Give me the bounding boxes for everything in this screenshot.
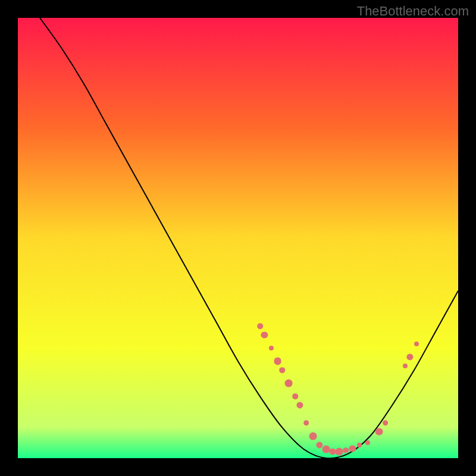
chart-data-point: [375, 428, 383, 436]
chart-data-point: [285, 380, 293, 387]
chart-data-point: [357, 443, 362, 447]
chart-dots-layer: [18, 18, 458, 458]
chart-data-point: [257, 323, 263, 329]
chart-plot-area: [18, 18, 458, 458]
chart-data-point: [274, 358, 281, 365]
watermark-text: TheBottleneck.com: [357, 4, 469, 19]
chart-data-point: [343, 447, 349, 453]
chart-data-point: [365, 440, 370, 445]
chart-data-point: [383, 420, 389, 426]
chart-data-point: [349, 445, 356, 452]
chart-data-point: [292, 394, 298, 400]
chart-data-point: [309, 433, 317, 440]
chart-data-point: [414, 342, 419, 346]
chart-data-point: [296, 402, 303, 409]
chart-data-point: [279, 367, 285, 373]
chart-data-point: [336, 447, 343, 455]
chart-data-point: [322, 446, 330, 453]
chart-data-point: [269, 346, 274, 350]
chart-data-point: [316, 441, 322, 448]
chart-data-point: [261, 331, 268, 338]
chart-data-point: [403, 364, 408, 368]
chart-data-point: [303, 420, 309, 426]
chart-data-point: [406, 353, 413, 360]
